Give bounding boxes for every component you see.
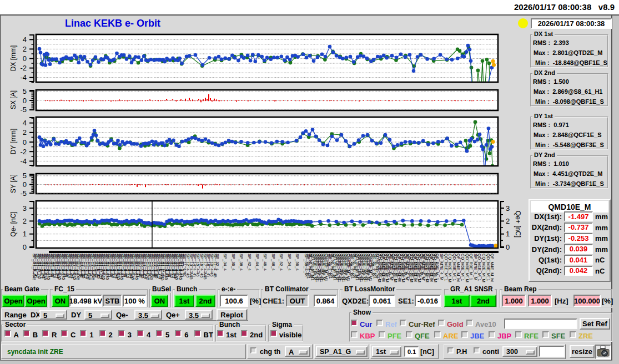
svg-text:DY [mm]: DY [mm] xyxy=(9,129,17,154)
svg-text:4: 4 xyxy=(23,119,27,127)
svg-text:1: 1 xyxy=(23,230,27,238)
svg-text:2: 2 xyxy=(23,45,27,53)
svg-text:4: 4 xyxy=(23,36,27,44)
svg-text:5: 5 xyxy=(23,87,27,95)
svg-text:5: 5 xyxy=(23,171,27,180)
svg-text:2: 2 xyxy=(23,128,27,136)
svg-text:-2: -2 xyxy=(20,148,27,156)
svg-text:3: 3 xyxy=(23,204,27,213)
svg-text:Qe+ [nC]: Qe+ [nC] xyxy=(514,211,522,237)
svg-text:3: 3 xyxy=(506,204,510,213)
svg-text:2: 2 xyxy=(506,217,510,225)
svg-text:SX [A]: SX [A] xyxy=(9,90,17,109)
svg-text:0: 0 xyxy=(23,54,27,63)
svg-text:SY [A]: SY [A] xyxy=(9,174,17,193)
svg-text:0: 0 xyxy=(23,180,27,189)
svg-text:0: 0 xyxy=(23,138,27,146)
svg-text:-2: -2 xyxy=(20,64,27,72)
svg-text:-4: -4 xyxy=(20,157,27,165)
svg-text:1: 1 xyxy=(506,230,510,238)
svg-text:Qe- [nC]: Qe- [nC] xyxy=(9,211,17,236)
svg-text:0: 0 xyxy=(23,97,27,105)
svg-text:DX [mm]: DX [mm] xyxy=(9,46,17,72)
svg-text:2: 2 xyxy=(23,217,27,225)
svg-text:-4: -4 xyxy=(20,73,27,82)
